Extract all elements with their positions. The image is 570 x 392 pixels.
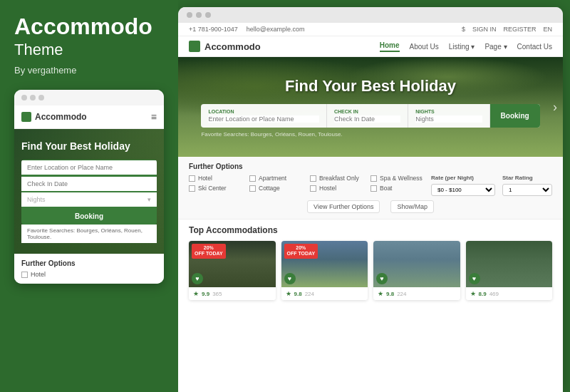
rate-label: Rate (per Night)	[431, 175, 495, 181]
nav-home[interactable]: Home	[380, 41, 400, 52]
topbar-email: hello@example.com	[247, 26, 305, 33]
heart-icon-3[interactable]: ♥	[376, 273, 388, 284]
rating-icon-2: ★	[286, 290, 291, 297]
spa-label: Spa & Wellness	[380, 175, 423, 182]
accomm-info-4: ★ 8.9 469	[466, 287, 553, 300]
mobile-hamburger-icon[interactable]: ≡	[151, 111, 157, 123]
nav-listing[interactable]: Listing ▾	[449, 43, 475, 51]
review-count-4: 469	[489, 291, 499, 297]
breakfast-checkbox[interactable]	[310, 175, 316, 182]
apartment-checkbox[interactable]	[249, 175, 256, 182]
location-input[interactable]	[208, 115, 319, 123]
mobile-checkin-input[interactable]	[21, 177, 157, 191]
star-group: Star Rating 1 2 3 4 5	[502, 175, 552, 196]
accomm-info-2: ★ 9.8 224	[281, 287, 368, 300]
location-label: LOCATION	[208, 109, 319, 114]
mobile-hotel-checkbox[interactable]	[21, 272, 28, 278]
topbar-currency[interactable]: $	[462, 26, 465, 33]
desktop-hero: Find Your Best Holiday LOCATION CHECK IN…	[178, 57, 563, 157]
heart-icon-2[interactable]: ♥	[284, 273, 296, 284]
top-accommodations: Top Accommodations 20%OFF TODAY ♥ ★ 9.9 …	[178, 220, 563, 306]
star-select[interactable]: 1 2 3 4 5	[502, 184, 552, 196]
mobile-nights-row: Nights ▾	[21, 192, 157, 207]
rating-score-3: 9.8	[386, 291, 394, 297]
mobile-dot-1	[21, 95, 27, 100]
mobile-location-input[interactable]	[21, 160, 157, 175]
desktop-browser-bar	[178, 7, 563, 23]
desktop-logo: Accommodo	[189, 41, 261, 52]
hero-favorites: Favorite Searches: Bourges, Orléans, Rou…	[201, 131, 342, 138]
accomm-card-2[interactable]: 20%OFF TODAY ♥ ★ 9.8 224	[281, 241, 368, 300]
accomm-card-1[interactable]: 20%OFF TODAY ♥ ★ 9.9 365	[189, 241, 276, 300]
boat-checkbox[interactable]	[370, 185, 377, 192]
left-panel: Accommodo Theme By vergatheme Accommodo …	[0, 0, 178, 392]
hostel-checkbox[interactable]	[310, 185, 316, 192]
rating-icon-1: ★	[193, 290, 199, 297]
accomm-img-2: 20%OFF TODAY ♥	[281, 241, 368, 287]
apartment-label: Apartment	[259, 175, 286, 182]
cottage-checkbox[interactable]	[249, 185, 256, 192]
nav-contact[interactable]: Contact Us	[517, 43, 552, 51]
mobile-nights-label: Nights	[27, 196, 46, 203]
topbar-right: $ SIGN IN REGISTER EN	[462, 26, 552, 33]
desktop-hero-title: Find Your Best Holiday	[285, 77, 456, 96]
checkin-label: CHECK IN	[334, 109, 400, 114]
topbar-lang[interactable]: EN	[543, 26, 552, 33]
review-count-1: 365	[212, 291, 222, 297]
filter-ski: Ski Center	[189, 185, 249, 192]
accomm-img-4: ♥	[466, 241, 553, 287]
mobile-dot-2	[30, 95, 36, 100]
rating-score-2: 9.8	[294, 291, 302, 297]
nav-page[interactable]: Page ▾	[484, 43, 507, 51]
accomm-card-3[interactable]: ♥ ★ 9.8 224	[373, 241, 460, 300]
spa-checkbox[interactable]	[370, 175, 377, 182]
mobile-logo-text: Accommodo	[35, 112, 87, 122]
nights-field: NIGHTS	[408, 104, 489, 128]
booking-button[interactable]: Booking	[490, 104, 540, 128]
mobile-hero-title: Find Your Best Holiday	[21, 140, 157, 153]
accomm-card-4[interactable]: ♥ ★ 8.9 469	[466, 241, 553, 300]
hotel-checkbox[interactable]	[189, 175, 195, 182]
discount-badge-1: 20%OFF TODAY	[192, 244, 226, 259]
right-panel: +1 781-900-1047 hello@example.com $ SIGN…	[178, 7, 563, 392]
nights-input[interactable]	[415, 115, 482, 123]
view-further-btn[interactable]: View Further Options	[307, 200, 380, 213]
checkin-input[interactable]	[334, 115, 400, 123]
nights-label: NIGHTS	[415, 109, 482, 114]
accomm-rating-4: ★ 8.9 469	[470, 290, 549, 297]
breakfast-label: Breakfast Only	[319, 175, 359, 182]
further-options-title: Further Options	[189, 163, 552, 170]
filter-breakfast: Breakfast Only	[310, 175, 370, 182]
accomm-info-1: ★ 9.9 365	[189, 287, 276, 300]
hero-next-arrow[interactable]: ›	[553, 100, 557, 115]
rate-group: Rate (per Night) $0 - $100 $100 - $200 $…	[431, 175, 495, 196]
hostel-label: Hostel	[319, 185, 336, 192]
desktop-nav-links: Home About Us Listing ▾ Page ▾ Contact U…	[380, 41, 552, 52]
discount-badge-2: 20%OFF TODAY	[284, 244, 318, 259]
further-options-row: Hotel Ski Center Apartment Cottage	[189, 175, 552, 196]
heart-icon-4[interactable]: ♥	[469, 273, 480, 284]
filter-spa: Spa & Wellness	[370, 175, 431, 182]
boat-label: Boat	[380, 185, 393, 192]
desktop-logo-text: Accommodo	[204, 41, 261, 52]
filter-col-1: Hotel Ski Center	[189, 175, 249, 192]
topbar-register[interactable]: REGISTER	[503, 26, 536, 33]
mobile-booking-button[interactable]: Booking	[21, 208, 157, 225]
ski-checkbox[interactable]	[189, 185, 195, 192]
accomm-img-1: 20%OFF TODAY ♥	[189, 241, 276, 287]
mobile-preview: Accommodo ≡ Find Your Best Holiday Night…	[14, 90, 164, 284]
review-count-2: 224	[305, 291, 314, 297]
accomm-rating-2: ★ 9.8 224	[286, 290, 364, 297]
nav-about[interactable]: About Us	[410, 43, 439, 51]
topbar-signin[interactable]: SIGN IN	[472, 26, 497, 33]
heart-icon-1[interactable]: ♥	[192, 273, 203, 284]
top-accomm-title: Top Accommodations	[189, 225, 552, 235]
rating-score-1: 9.9	[202, 291, 209, 297]
mobile-nights-arrow: ▾	[147, 196, 151, 203]
star-label: Star Rating	[502, 175, 552, 181]
rating-score-4: 8.9	[479, 291, 487, 297]
topbar-phone: +1 781-900-1047	[189, 26, 238, 33]
rate-select[interactable]: $0 - $100 $100 - $200 $200+	[431, 184, 495, 196]
show-map-btn[interactable]: Show/Map	[390, 200, 434, 213]
accommodations-grid: 20%OFF TODAY ♥ ★ 9.9 365	[189, 241, 552, 300]
